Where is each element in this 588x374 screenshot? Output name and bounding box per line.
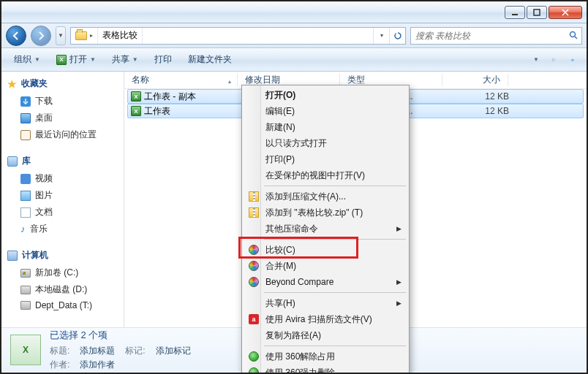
share-button[interactable]: 共享▼	[105, 51, 145, 69]
avira-icon: а	[249, 314, 259, 324]
excel-icon: X	[131, 91, 141, 102]
menu-item-open-readonly[interactable]: 以只读方式打开	[244, 135, 407, 151]
submenu-arrow-icon: ▶	[396, 299, 402, 307]
minimize-button[interactable]	[505, 6, 525, 19]
star-icon: ★	[7, 78, 17, 90]
value-title[interactable]: 添加标题	[80, 345, 115, 357]
print-button[interactable]: 打印	[148, 51, 178, 69]
music-icon: ♪	[20, 224, 26, 234]
menu-item-share[interactable]: 共享(H)▶	[244, 295, 407, 311]
menu-item-beyond-compare[interactable]: Beyond Compare▶	[244, 274, 407, 290]
label-tags: 标记:	[125, 345, 145, 357]
menu-item-open-protected[interactable]: 在受保护的视图中打开(V)	[244, 167, 407, 183]
sidebar-item-drive-d[interactable]: 本地磁盘 (D:)	[1, 281, 124, 298]
documents-icon	[20, 207, 31, 218]
drive-icon	[20, 286, 31, 294]
search-icon[interactable]	[565, 31, 581, 40]
sidebar-item-downloads[interactable]: 下载	[1, 93, 124, 110]
organize-button[interactable]: 组织▼	[7, 51, 47, 69]
menu-item-avira[interactable]: а使用 Avira 扫描所选文件(V)	[244, 311, 407, 327]
menu-item-copy-path[interactable]: 复制为路径(A)	[244, 327, 407, 343]
address-bar[interactable]: ▸ 表格比较 ▾	[70, 27, 406, 45]
desktop-icon	[20, 113, 31, 123]
new-folder-button[interactable]: 新建文件夹	[181, 51, 238, 69]
refresh-button[interactable]	[389, 28, 405, 44]
value-tags[interactable]: 添加标记	[156, 345, 191, 357]
maximize-button[interactable]	[527, 6, 547, 19]
command-toolbar: 组织▼ X打开▼ 共享▼ 打印 新建文件夹 ▼ ?	[1, 48, 587, 72]
open-button[interactable]: X打开▼	[50, 51, 102, 69]
sidebar-group-computer[interactable]: 计算机	[1, 246, 124, 264]
context-menu: 打开(O) 编辑(E) 新建(N) 以只读方式打开 打印(P) 在受保护的视图中…	[241, 85, 410, 374]
back-button[interactable]	[6, 26, 26, 46]
close-button[interactable]	[549, 6, 582, 19]
360-icon	[249, 367, 259, 374]
file-size: 12 KB	[446, 91, 509, 102]
column-name[interactable]: 名称▴	[124, 74, 238, 86]
navigation-pane: ★收藏夹 下载 桌面 最近访问的位置 库 视频 图片 文档 ♪音乐 计算机 新加…	[1, 72, 124, 327]
video-icon	[20, 174, 31, 184]
beyondcompare-icon	[249, 261, 259, 271]
forward-button[interactable]	[31, 26, 51, 46]
sidebar-item-videos[interactable]: 视频	[1, 170, 124, 187]
file-size: 12 KB	[446, 106, 509, 116]
window-titlebar	[1, 1, 587, 23]
help-button[interactable]: ?	[565, 52, 581, 68]
menu-item-edit[interactable]: 编辑(E)	[244, 103, 407, 119]
menu-item-360-shred[interactable]: 使用 360强力删除	[244, 365, 407, 374]
sidebar-item-drive-t[interactable]: Dept_Data (T:)	[1, 298, 124, 313]
svg-rect-0	[512, 14, 518, 15]
menu-separator	[264, 186, 406, 186]
svg-text:?: ?	[572, 58, 573, 61]
360-icon	[249, 351, 259, 362]
search-input[interactable]	[411, 31, 565, 41]
menu-item-add-archive[interactable]: 添加到压缩文件(A)...	[244, 188, 407, 205]
breadcrumb-root[interactable]: ▸	[71, 28, 98, 44]
menu-item-print[interactable]: 打印(P)	[244, 151, 407, 167]
menu-item-merge[interactable]: 合并(M)	[244, 258, 407, 274]
search-box[interactable]	[410, 27, 582, 45]
folder-icon	[75, 31, 87, 40]
breadcrumb-current[interactable]: 表格比较	[98, 28, 143, 44]
recent-icon	[20, 130, 31, 140]
menu-separator	[264, 292, 406, 293]
file-name: 工作表	[144, 105, 170, 118]
address-dropdown[interactable]: ▾	[373, 28, 389, 44]
drive-icon	[20, 301, 31, 310]
sidebar-item-recent[interactable]: 最近访问的位置	[1, 126, 124, 143]
value-author[interactable]: 添加作者	[80, 359, 115, 371]
sidebar-item-music[interactable]: ♪音乐	[1, 221, 124, 237]
preview-pane-button[interactable]	[546, 52, 562, 68]
menu-item-open[interactable]: 打开(O)	[244, 87, 407, 103]
sidebar-item-documents[interactable]: 文档	[1, 204, 124, 221]
archive-icon	[249, 191, 259, 202]
nav-bar: ▼ ▸ 表格比较 ▾	[1, 23, 587, 48]
computer-icon	[7, 251, 18, 261]
downloads-icon	[20, 96, 31, 107]
view-options-button[interactable]: ▼	[527, 52, 543, 68]
column-size[interactable]: 大小	[442, 74, 508, 86]
excel-icon: X	[56, 55, 67, 65]
svg-point-2	[570, 32, 575, 37]
menu-item-add-zip[interactable]: 添加到 "表格比较.zip" (T)	[244, 205, 407, 221]
history-dropdown[interactable]: ▼	[56, 26, 66, 45]
archive-icon	[249, 207, 259, 218]
selection-thumbnail: X	[10, 335, 41, 365]
label-author: 作者:	[50, 359, 69, 371]
menu-item-compare[interactable]: 比较(C)	[244, 242, 407, 258]
sidebar-group-libraries[interactable]: 库	[1, 152, 124, 170]
sort-indicator-icon: ▴	[228, 78, 231, 85]
menu-separator	[264, 346, 406, 346]
menu-separator	[264, 239, 406, 240]
sidebar-item-desktop[interactable]: 桌面	[1, 110, 124, 126]
menu-item-360-unlock[interactable]: 使用 360解除占用	[244, 348, 407, 365]
sidebar-item-pictures[interactable]: 图片	[1, 187, 124, 204]
sidebar-item-drive-c[interactable]: 新加卷 (C:)	[1, 264, 124, 281]
menu-item-other-zip[interactable]: 其他压缩命令▶	[244, 221, 407, 237]
svg-rect-1	[534, 9, 540, 15]
sidebar-group-favorites[interactable]: ★收藏夹	[1, 75, 124, 93]
beyondcompare-icon	[249, 277, 259, 287]
drive-icon	[20, 269, 31, 278]
pictures-icon	[20, 191, 31, 201]
menu-item-new[interactable]: 新建(N)	[244, 119, 407, 135]
